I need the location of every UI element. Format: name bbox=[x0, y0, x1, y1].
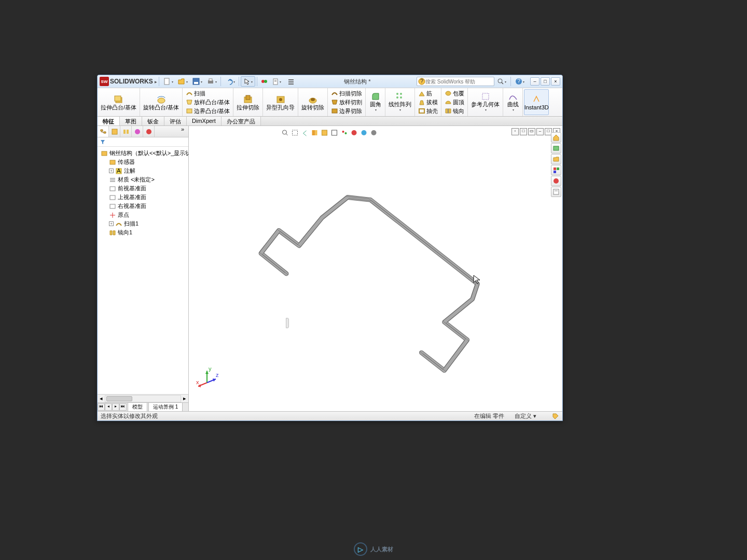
file-props-button[interactable]: ▾ bbox=[269, 76, 284, 87]
help-button[interactable]: ?▾ bbox=[513, 76, 527, 87]
revolve-boss-button[interactable]: 旋转凸台/基体 bbox=[142, 94, 180, 111]
config-manager-tab[interactable] bbox=[120, 126, 132, 137]
instant3d-button[interactable]: Instant3D bbox=[523, 94, 550, 111]
fillet-button[interactable]: 圆角▾ bbox=[369, 91, 382, 114]
bottom-tab-model[interactable]: 模型 bbox=[128, 402, 147, 411]
vp-btn-1[interactable]: ▫ bbox=[511, 128, 519, 135]
expand-icon[interactable]: + bbox=[109, 221, 114, 226]
new-button[interactable]: ▾ bbox=[161, 76, 175, 87]
revolved-cut-button[interactable]: 旋转切除 bbox=[300, 94, 325, 111]
lofted-cut-button[interactable]: 放样切割 bbox=[330, 98, 363, 107]
section-view-icon[interactable] bbox=[311, 129, 320, 137]
draft-button[interactable]: 拔模 bbox=[417, 98, 439, 107]
search-input[interactable] bbox=[425, 79, 493, 85]
display-manager-tab[interactable] bbox=[143, 126, 155, 137]
taskpane-custom-props[interactable] bbox=[551, 187, 561, 197]
taskpane-home[interactable] bbox=[551, 132, 561, 143]
panel-drag-handle[interactable] bbox=[286, 318, 289, 328]
zoom-fit-icon[interactable] bbox=[282, 129, 290, 137]
tree-top-plane[interactable]: 上视基准面 bbox=[99, 193, 187, 202]
boundary-cut-button[interactable]: 边界切除 bbox=[330, 107, 363, 116]
tree-sensors[interactable]: 传感器 bbox=[99, 158, 187, 166]
curves-button[interactable]: 曲线▾ bbox=[506, 91, 520, 114]
rib-button[interactable]: 筋 bbox=[417, 89, 439, 98]
tab-nav-last[interactable]: ⏭ bbox=[119, 403, 127, 411]
display-style-icon[interactable]: ▾ bbox=[331, 129, 339, 137]
extrude-boss-button[interactable]: 拉伸凸台/基体 bbox=[100, 94, 137, 111]
extruded-cut-button[interactable]: 拉伸切除 bbox=[236, 94, 260, 111]
rebuild-button[interactable] bbox=[259, 76, 269, 87]
options-button[interactable] bbox=[284, 76, 298, 87]
svg-rect-59 bbox=[123, 130, 126, 134]
edit-appearance-icon[interactable]: ▾ bbox=[351, 129, 359, 137]
hole-wizard-button[interactable]: 异型孔向导 bbox=[265, 94, 296, 111]
mirror-button[interactable]: 镜向 bbox=[444, 107, 465, 116]
tab-sheetmetal[interactable]: 钣金 bbox=[142, 117, 164, 125]
tab-features[interactable]: 特征 bbox=[98, 117, 120, 125]
logo-dropdown-icon[interactable]: ▶ bbox=[155, 80, 157, 83]
sweep-button[interactable]: 扫描 bbox=[185, 89, 231, 98]
tree-right-plane[interactable]: 右视基准面 bbox=[99, 202, 187, 211]
h-scrollbar[interactable]: ◂ ▸ bbox=[98, 394, 188, 402]
undo-button[interactable]: ▾ bbox=[223, 76, 237, 87]
taskpane-appearances[interactable] bbox=[551, 176, 561, 186]
select-button[interactable]: ▾ bbox=[241, 76, 255, 87]
taskpane-view-palette[interactable] bbox=[551, 165, 561, 175]
swept-cut-button[interactable]: 扫描切除 bbox=[330, 89, 363, 98]
feature-tree-tab[interactable] bbox=[98, 126, 109, 137]
maximize-button[interactable]: □ bbox=[541, 77, 550, 86]
vp-btn-3[interactable]: ▭ bbox=[528, 128, 535, 135]
tree-sweep1[interactable]: +扫描1 bbox=[99, 219, 187, 228]
open-button[interactable]: ▾ bbox=[175, 76, 190, 87]
model-wire bbox=[189, 126, 562, 411]
tab-nav-first[interactable]: ⏮ bbox=[98, 403, 105, 411]
taskpane-design-lib[interactable] bbox=[551, 143, 561, 153]
tree-mirror1[interactable]: 镜向1 bbox=[99, 228, 187, 237]
status-custom[interactable]: 自定义 ▾ bbox=[515, 412, 536, 420]
search-box[interactable]: ? bbox=[417, 77, 494, 86]
search-go-button[interactable]: ▾ bbox=[494, 76, 509, 87]
tab-office[interactable]: 办公室产品 bbox=[222, 117, 261, 125]
dimxpert-manager-tab[interactable] bbox=[132, 126, 143, 137]
shell-button[interactable]: 抽壳 bbox=[417, 107, 439, 116]
print-button[interactable]: ▾ bbox=[204, 76, 219, 87]
linear-pattern-button[interactable]: 线性阵列▾ bbox=[388, 91, 412, 114]
wrap-button[interactable]: 包覆 bbox=[444, 89, 465, 98]
ref-geometry-button[interactable]: 参考几何体▾ bbox=[470, 91, 501, 114]
apply-scene-icon[interactable]: ▾ bbox=[361, 129, 369, 137]
bottom-tab-motion[interactable]: 运动算例 1 bbox=[148, 402, 183, 411]
tree-root[interactable]: 钢丝结构（默认<<默认>_显示状 bbox=[99, 149, 187, 158]
expand-icon[interactable]: + bbox=[109, 169, 114, 173]
tab-bar: 特征 草图 钣金 评估 DimXpert 办公室产品 bbox=[98, 117, 562, 126]
separator bbox=[257, 77, 257, 86]
hide-show-icon[interactable]: ▾ bbox=[341, 129, 349, 137]
prev-view-icon[interactable] bbox=[301, 129, 310, 137]
status-tag-icon[interactable] bbox=[552, 413, 559, 420]
tab-dimxpert[interactable]: DimXpert bbox=[187, 117, 222, 125]
dome-button[interactable]: 圆顶 bbox=[444, 98, 465, 107]
tree-annotations[interactable]: +A注解 bbox=[99, 166, 187, 175]
vp-btn-2[interactable]: □ bbox=[520, 128, 527, 135]
viewport[interactable]: x y z ▫ □ ▭ – □ × bbox=[189, 126, 562, 411]
property-manager-tab[interactable] bbox=[109, 126, 120, 137]
tree-origin[interactable]: 原点 bbox=[99, 211, 187, 219]
tree-material[interactable]: 材质 <未指定> bbox=[99, 175, 187, 184]
panel-collapse-icon[interactable]: » bbox=[177, 126, 188, 137]
tree-front-plane[interactable]: 前视基准面 bbox=[99, 184, 187, 193]
tab-nav-next[interactable]: ▸ bbox=[112, 403, 119, 411]
vp-minimize[interactable]: – bbox=[536, 128, 544, 135]
bottom-tabs: ⏮ ◂ ▸ ⏭ 模型 运动算例 1 bbox=[98, 402, 188, 411]
close-button[interactable]: × bbox=[551, 77, 560, 86]
view-orient-icon[interactable]: ▾ bbox=[321, 129, 329, 137]
tab-nav-prev[interactable]: ◂ bbox=[105, 403, 112, 411]
minimize-button[interactable]: – bbox=[530, 77, 540, 86]
loft-button[interactable]: 放样凸台/基体 bbox=[185, 98, 231, 107]
filter-row[interactable] bbox=[98, 137, 188, 147]
view-settings-icon[interactable]: ▾ bbox=[370, 129, 379, 137]
boundary-button[interactable]: 边界凸台/基体 bbox=[185, 107, 231, 116]
taskpane-file-explorer[interactable] bbox=[551, 154, 561, 164]
tab-sketch[interactable]: 草图 bbox=[120, 117, 142, 125]
zoom-area-icon[interactable] bbox=[292, 129, 300, 137]
save-button[interactable]: ▾ bbox=[190, 76, 204, 87]
tab-evaluate[interactable]: 评估 bbox=[164, 117, 187, 125]
